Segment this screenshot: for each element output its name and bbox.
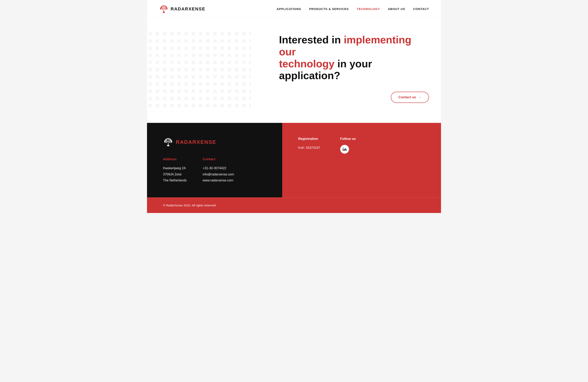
footer-logo-text: RADARXENSE [176, 139, 216, 145]
footer-registration-col: Registration KvK: 54374197 [298, 137, 320, 151]
footer-website[interactable]: www.radarxense.com [203, 177, 234, 183]
main-nav: APPLICATIONS PRODUCTS & SERVICES TECHNOL… [277, 7, 429, 11]
nav-about-us[interactable]: ABOUT US [388, 7, 405, 11]
nav-contact[interactable]: CONTACT [413, 7, 429, 11]
copyright-text: © RadarXense 2023. All rights reserved. [163, 204, 425, 207]
logo[interactable]: RADARXENSE [159, 4, 205, 14]
nav-technology[interactable]: TECHNOLOGY [357, 7, 380, 11]
nav-applications[interactable]: APPLICATIONS [277, 7, 301, 11]
hero-bg-pattern [147, 18, 251, 123]
svg-point-5 [168, 145, 169, 146]
registration-heading: Registration [298, 137, 320, 141]
contact-us-button[interactable]: Contact us → [391, 92, 429, 103]
hero-section: Interested in implementing ourtechnology… [147, 18, 441, 123]
svg-point-6 [343, 148, 343, 148]
logo-text: RADARXENSE [171, 6, 205, 12]
nav-products-services[interactable]: PRODUCTS & SERVICES [309, 7, 349, 11]
footer-logo: RADARXENSE [163, 137, 270, 147]
kvk-number: KvK: 54374197 [298, 145, 320, 151]
contact-us-arrow: → [418, 95, 421, 99]
contact-us-label: Contact us [399, 95, 416, 99]
svg-rect-3 [147, 31, 251, 111]
address-heading: Address [163, 157, 187, 161]
hero-title-plain: Interested in [279, 34, 344, 46]
site-header: RADARXENSE APPLICATIONS PRODUCTS & SERVI… [147, 0, 441, 18]
linkedin-icon [342, 147, 347, 152]
footer-address-col: Address Kwekerijweg 2A 3709JA Zeist The … [163, 157, 187, 183]
address-line2: 3709JA Zeist [163, 172, 187, 177]
address-line1: Kwekerijweg 2A [163, 165, 187, 171]
footer-left: RADARXENSE Address Kwekerijweg 2A 3709JA… [147, 123, 282, 197]
logo-icon [159, 4, 168, 14]
address-line3: The Netherlands [163, 177, 187, 183]
footer-email[interactable]: info@radarxense.com [203, 172, 234, 177]
footer-phone[interactable]: +31-30-3074422 [203, 165, 234, 171]
linkedin-button[interactable] [340, 145, 349, 154]
footer-contact-col: Contact +31-30-3074422 info@radarxense.c… [203, 157, 234, 183]
follow-heading: Follow us [340, 137, 356, 141]
footer-main: RADARXENSE Address Kwekerijweg 2A 3709JA… [147, 123, 441, 197]
footer-columns: Address Kwekerijweg 2A 3709JA Zeist The … [163, 157, 270, 183]
hero-title: Interested in implementing ourtechnology… [279, 34, 429, 82]
footer-right: Registration KvK: 54374197 Follow us [282, 123, 441, 197]
footer-follow-col: Follow us [340, 137, 356, 154]
footer-logo-icon [163, 137, 173, 147]
footer-bottom: © RadarXense 2023. All rights reserved. [147, 197, 441, 213]
contact-heading: Contact [203, 157, 234, 161]
